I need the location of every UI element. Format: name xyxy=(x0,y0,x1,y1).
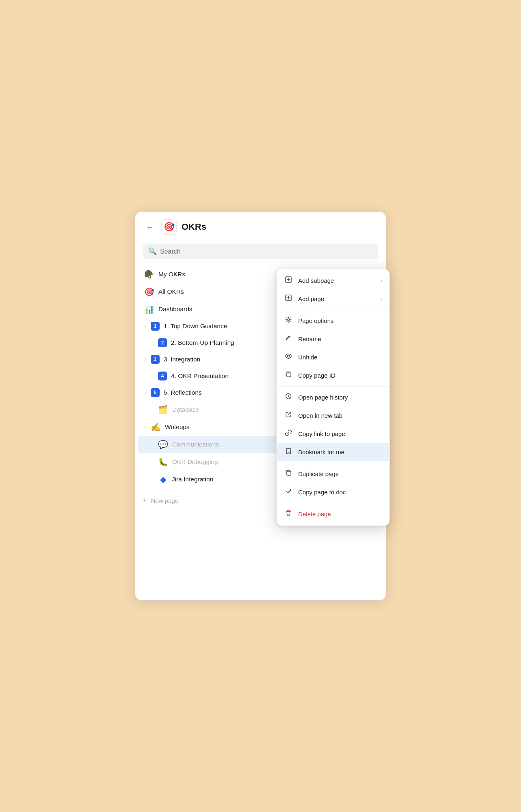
menu-divider xyxy=(277,386,389,387)
menu-item-label: Page options xyxy=(298,317,382,324)
menu-item-label: Open page history xyxy=(298,394,382,401)
menu-item-label: Duplicate page xyxy=(298,470,382,477)
header: ← 🎯 OKRs xyxy=(135,212,386,240)
menu-item-copy-link[interactable]: Copy link to page xyxy=(277,425,389,443)
copy-icon xyxy=(284,371,293,380)
badge-4: 4 xyxy=(158,372,167,380)
search-bar: 🔍 xyxy=(143,244,378,259)
menu-item-label: Bookmark for me xyxy=(298,449,382,455)
menu-divider xyxy=(277,463,389,463)
menu-item-bookmark[interactable]: Bookmark for me xyxy=(277,443,389,461)
rename-icon xyxy=(284,334,293,344)
menu-item-copy-to-doc[interactable]: Copy page to doc xyxy=(277,483,389,501)
menu-item-open-new-tab[interactable]: Open in new tab xyxy=(277,406,389,425)
copy-to-doc-icon xyxy=(284,487,293,497)
menu-item-label: Unhide xyxy=(298,354,382,361)
chevron-icon: › xyxy=(144,357,146,362)
new-page-label: New page xyxy=(151,497,179,504)
writeups-icon: ✍️ xyxy=(151,422,161,432)
debugging-icon: 🐛 xyxy=(158,457,168,467)
menu-item-open-history[interactable]: Open page history xyxy=(277,388,389,406)
bookmark-icon xyxy=(284,447,293,457)
trash-icon xyxy=(284,509,293,519)
duplicate-icon xyxy=(284,469,293,479)
menu-divider xyxy=(277,310,389,310)
eye-icon xyxy=(284,353,293,362)
svg-point-6 xyxy=(288,319,290,321)
menu-item-add-page[interactable]: Add page › xyxy=(277,290,389,308)
history-icon xyxy=(284,393,293,402)
menu-item-label: Open in new tab xyxy=(298,412,382,419)
gear-icon xyxy=(284,316,293,325)
arrow-icon: › xyxy=(380,296,382,302)
search-input[interactable] xyxy=(160,248,373,255)
badge-1: 1 xyxy=(151,322,160,331)
menu-item-page-options[interactable]: Page options xyxy=(277,312,389,330)
svg-rect-8 xyxy=(287,373,291,377)
app-window: ← 🎯 OKRs 🔍 🪖 My OKRs 🎯 All OKRs 📊 Dashbo… xyxy=(135,212,386,600)
my-okrs-icon: 🪖 xyxy=(144,269,154,279)
menu-item-label: Copy page to doc xyxy=(298,489,382,496)
badge-3: 3 xyxy=(151,355,160,364)
menu-item-label: Rename xyxy=(298,335,382,342)
app-icon: 🎯 xyxy=(161,219,177,235)
menu-item-add-subpage[interactable]: Add subpage › xyxy=(277,271,389,290)
svg-rect-11 xyxy=(287,471,291,475)
communications-icon: 💬 xyxy=(158,440,168,449)
database-icon: 🗂️ xyxy=(158,405,168,415)
search-icon: 🔍 xyxy=(148,247,157,256)
badge-2: 2 xyxy=(158,338,167,347)
back-button[interactable]: ← xyxy=(143,222,156,233)
menu-item-unhide[interactable]: Unhide xyxy=(277,348,389,366)
external-link-icon xyxy=(284,411,293,420)
dashboards-icon: 📊 xyxy=(144,304,154,314)
plus-icon: + xyxy=(143,496,147,505)
context-menu: Add subpage › Add page › Page options Re… xyxy=(276,269,390,526)
menu-item-delete[interactable]: Delete page xyxy=(277,505,389,523)
jira-icon: ◆ xyxy=(158,474,168,484)
add-subpage-icon xyxy=(284,276,293,285)
svg-point-7 xyxy=(288,355,290,357)
menu-item-label: Delete page xyxy=(298,511,382,517)
chevron-icon: › xyxy=(144,323,146,329)
chevron-icon: › xyxy=(144,424,146,430)
all-okrs-icon: 🎯 xyxy=(144,287,154,297)
add-page-icon xyxy=(284,294,293,303)
badge-5: 5 xyxy=(151,388,160,397)
menu-item-label: Add subpage xyxy=(298,277,375,284)
app-title: OKRs xyxy=(181,222,206,232)
menu-item-rename[interactable]: Rename xyxy=(277,330,389,348)
menu-item-duplicate[interactable]: Duplicate page xyxy=(277,465,389,483)
menu-item-label: Add page xyxy=(298,295,375,302)
menu-divider xyxy=(277,503,389,503)
menu-item-label: Copy link to page xyxy=(298,430,382,437)
menu-item-label: Copy page ID xyxy=(298,372,382,379)
chevron-icon: › xyxy=(144,390,146,395)
svg-line-10 xyxy=(288,412,291,415)
arrow-icon: › xyxy=(380,278,382,284)
link-icon xyxy=(284,429,293,438)
menu-item-copy-page-id[interactable]: Copy page ID xyxy=(277,366,389,385)
